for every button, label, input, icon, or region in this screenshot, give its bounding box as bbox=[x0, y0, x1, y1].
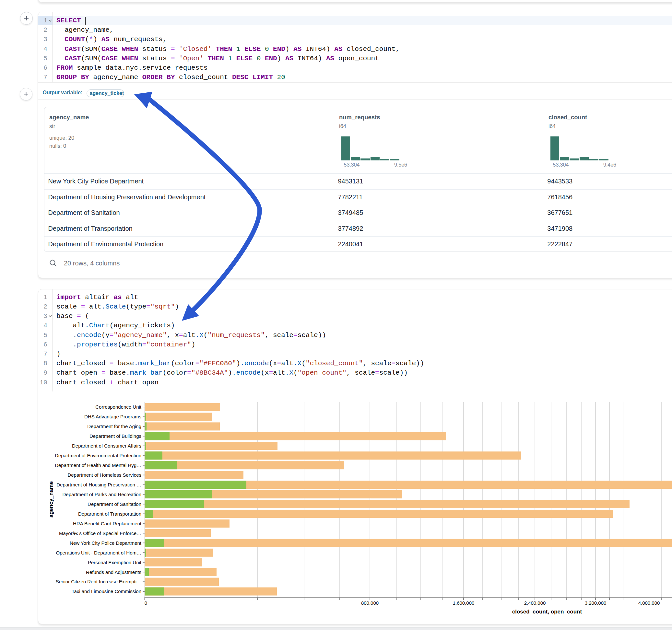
svg-text:agency_name: agency_name bbox=[48, 481, 54, 517]
svg-text:4,000,000: 4,000,000 bbox=[638, 600, 660, 606]
svg-text:HRA Benefit Card Replacement: HRA Benefit Card Replacement bbox=[73, 521, 142, 526]
svg-text:Refunds and Adjustments: Refunds and Adjustments bbox=[86, 570, 141, 575]
svg-text:Mayorâ€ s Office of Special En: Mayorâ€ s Office of Special Enforce… bbox=[59, 531, 141, 536]
svg-text:Personal Exemption Unit: Personal Exemption Unit bbox=[88, 560, 142, 565]
svg-text:1,600,000: 1,600,000 bbox=[453, 600, 475, 606]
svg-text:Taxi and Limousine Commission: Taxi and Limousine Commission bbox=[72, 588, 141, 594]
svg-text:closed_count, open_count: closed_count, open_count bbox=[512, 609, 582, 615]
svg-text:0: 0 bbox=[145, 600, 147, 606]
svg-text:Department of Health and Menta: Department of Health and Mental Hyg… bbox=[55, 462, 141, 468]
svg-text:Department of Consumer Affairs: Department of Consumer Affairs bbox=[72, 443, 141, 449]
svg-text:Department of Homeless Service: Department of Homeless Services bbox=[67, 472, 141, 478]
svg-text:2,400,000: 2,400,000 bbox=[524, 600, 546, 606]
svg-text:Department of Parks and Recrea: Department of Parks and Recreation bbox=[63, 492, 141, 497]
svg-text:New York City Police Departmen: New York City Police Department bbox=[70, 540, 142, 546]
svg-text:Operations Unit - Department o: Operations Unit - Department of Hom… bbox=[56, 550, 141, 555]
svg-text:Correspondence Unit: Correspondence Unit bbox=[95, 404, 142, 410]
svg-text:3,200,000: 3,200,000 bbox=[585, 600, 606, 606]
svg-text:Department for the Aging: Department for the Aging bbox=[87, 423, 141, 429]
svg-text:Department of Transportation: Department of Transportation bbox=[78, 511, 141, 516]
svg-text:Department of Environmental Pr: Department of Environmental Protection bbox=[55, 453, 141, 458]
svg-text:800,000: 800,000 bbox=[361, 600, 379, 606]
svg-text:Department of Housing Preserva: Department of Housing Preservation … bbox=[56, 482, 141, 487]
svg-text:Senior Citizen Rent Increase E: Senior Citizen Rent Increase Exempti… bbox=[56, 579, 141, 584]
svg-text:DHS Advantage Programs: DHS Advantage Programs bbox=[84, 414, 141, 419]
svg-text:Department of Buildings: Department of Buildings bbox=[90, 433, 141, 439]
svg-text:Department of Sanitation: Department of Sanitation bbox=[88, 501, 141, 507]
